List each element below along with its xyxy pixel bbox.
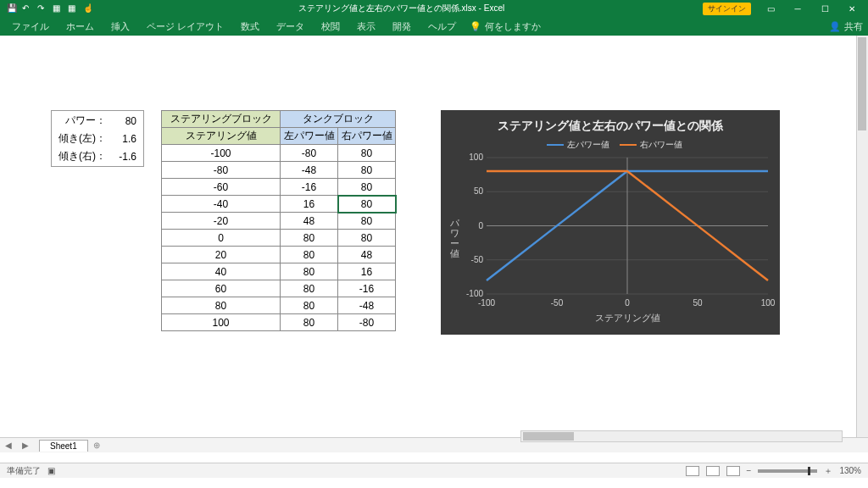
cell[interactable]: -20 [162,213,281,230]
cell[interactable]: 80 [113,113,142,129]
cell[interactable]: 80 [338,179,396,196]
tell-me-search[interactable]: 💡 何をしますか [470,20,541,33]
cell[interactable]: 80 [281,280,338,297]
sheet-tab-sheet1[interactable]: Sheet1 [39,440,88,452]
tab-view[interactable]: 表示 [350,19,382,35]
horizontal-scrollbar[interactable] [520,430,843,442]
cell[interactable]: -16 [281,179,338,196]
header-right-power[interactable]: 右パワー値 [338,128,396,145]
undo-icon[interactable]: ↶ [22,3,32,14]
cell[interactable]: 48 [338,247,396,263]
cell[interactable]: 80 [281,263,338,280]
touch-mode-icon[interactable]: ☝ [83,3,93,14]
cell[interactable]: 100 [162,314,281,331]
tab-developer[interactable]: 開発 [386,19,418,35]
chart[interactable]: ステアリング値と左右のパワー値との関係 左パワー値 右パワー値 -100-500… [441,110,780,335]
cell[interactable]: 40 [162,263,281,280]
tab-file[interactable]: ファイル [5,19,56,35]
zoom-slider[interactable] [758,469,817,473]
cell[interactable]: -48 [338,297,396,314]
cell[interactable]: パワー： [53,113,111,129]
save-icon[interactable]: 💾 [7,3,17,14]
tab-formulas[interactable]: 数式 [234,19,266,35]
tab-insert[interactable]: 挿入 [104,19,136,35]
cell[interactable]: 1.6 [113,130,142,147]
close-button[interactable]: ✕ [839,4,865,14]
view-normal-button[interactable] [686,466,699,476]
table-row: -204880 [162,213,396,230]
zoom-level[interactable]: 130% [839,466,861,475]
cell[interactable]: 16 [281,196,338,213]
cell[interactable]: 48 [281,213,338,230]
header-tank-block[interactable]: タンクブロック [281,111,396,128]
share-button[interactable]: 👤 共有 [829,20,863,33]
params-table[interactable]: パワー：80 傾き(左)：1.6 傾き(右)：-1.6 [51,110,144,167]
cell[interactable]: 80 [338,230,396,247]
cell[interactable]: 傾き(左)： [53,130,111,147]
header-left-power[interactable]: 左パワー値 [281,128,338,145]
table-row: 8080-48 [162,297,396,314]
cell[interactable]: 0 [162,230,281,247]
cell[interactable]: -80 [281,145,338,162]
svg-text:-50: -50 [551,298,564,308]
cell[interactable]: 80 [281,314,338,331]
tab-review[interactable]: 校閲 [314,19,347,35]
minimize-button[interactable]: ─ [785,4,810,14]
tab-page-layout[interactable]: ページ レイアウト [140,19,231,35]
cell[interactable]: -40 [162,196,281,213]
tab-home[interactable]: ホーム [59,19,101,35]
cell[interactable]: -48 [281,162,338,179]
ribbon-tabs: ファイル ホーム 挿入 ページ レイアウト 数式 データ 校閲 表示 開発 ヘル… [0,17,868,36]
zoom-in-button[interactable]: ＋ [824,465,832,477]
svg-text:-100: -100 [478,298,495,308]
add-sheet-button[interactable]: ⊕ [93,441,100,450]
cell[interactable]: -80 [162,162,281,179]
cell[interactable]: 80 [338,196,396,213]
cell[interactable]: -100 [162,145,281,162]
macro-record-icon[interactable]: ▣ [47,466,55,475]
view-page-break-button[interactable] [726,466,740,476]
cell[interactable]: -16 [338,280,396,297]
cell[interactable]: 80 [338,162,396,179]
sheet-nav-prev[interactable]: ◀ [0,441,17,450]
sheet-nav-next[interactable]: ▶ [17,441,34,450]
cell[interactable]: 16 [338,263,396,280]
cell[interactable]: 傾き(右)： [53,148,111,164]
tab-help[interactable]: ヘルプ [421,19,463,35]
cell[interactable]: -1.6 [113,148,142,164]
header-steering-block[interactable]: ステアリングブロック [162,111,281,128]
cell[interactable]: 60 [162,280,281,297]
tab-data[interactable]: データ [270,19,311,35]
ribbon-display-icon[interactable]: ▭ [758,4,783,14]
qat-icon[interactable]: ▦ [68,3,78,14]
view-page-layout-button[interactable] [706,466,720,476]
worksheet-area[interactable]: パワー：80 傾き(左)：1.6 傾き(右)：-1.6 ステアリングブロック タ… [0,36,868,463]
redo-icon[interactable]: ↷ [37,3,47,14]
table-row: 08080 [162,230,396,247]
scrollbar-thumb[interactable] [523,432,574,441]
scrollbar-thumb[interactable] [858,37,866,130]
cell[interactable]: 20 [162,247,281,263]
header-steering-value[interactable]: ステアリング値 [162,128,281,145]
cell[interactable]: 80 [281,297,338,314]
table-row: -100-8080 [162,145,396,162]
zoom-out-button[interactable]: − [747,466,752,475]
svg-text:0: 0 [625,298,630,308]
data-table[interactable]: ステアリングブロック タンクブロック ステアリング値 左パワー値 右パワー値 -… [161,110,396,331]
quick-access-toolbar: 💾 ↶ ↷ ▦ ▦ ☝ [0,3,100,14]
table-row: 408016 [162,263,396,280]
lightbulb-icon: 💡 [470,21,481,32]
cell[interactable]: 80 [338,145,396,162]
cell[interactable]: 80 [281,247,338,263]
cell[interactable]: -80 [338,314,396,331]
cell[interactable]: 80 [281,230,338,247]
vertical-scrollbar[interactable] [856,36,868,452]
svg-text:50: 50 [474,186,484,196]
qat-icon[interactable]: ▦ [53,3,63,14]
table-row: 10080-80 [162,314,396,331]
sign-in-button[interactable]: サインイン [703,3,751,15]
maximize-button[interactable]: ☐ [812,4,837,14]
cell[interactable]: 80 [162,297,281,314]
cell[interactable]: -60 [162,179,281,196]
cell[interactable]: 80 [338,213,396,230]
